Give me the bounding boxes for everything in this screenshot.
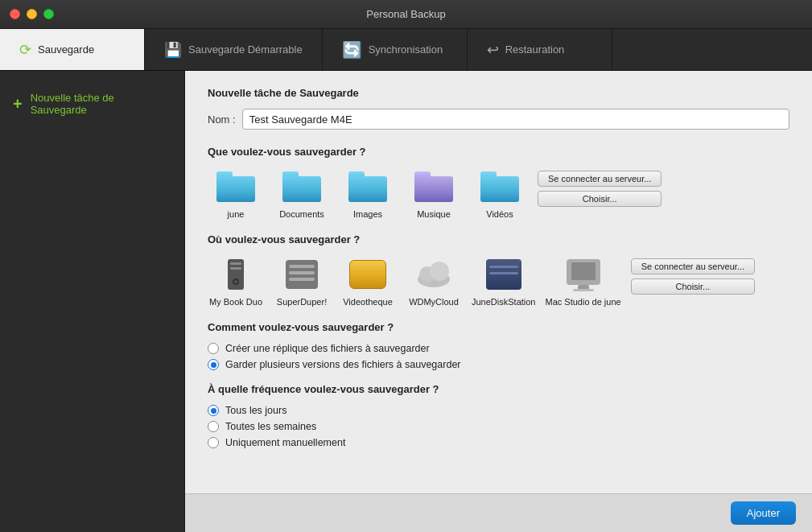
dest-connect-server-button[interactable]: Se connecter au serveur...	[631, 258, 755, 274]
june-folder-icon	[216, 167, 255, 206]
superduper-label: SuperDuper!	[277, 297, 327, 307]
videotheque-label: Videotheque	[343, 297, 393, 307]
macstudio-icon	[564, 255, 603, 294]
svg-rect-2	[230, 267, 241, 270]
method-radio-versions[interactable]	[208, 359, 219, 370]
dest-item-macstudio[interactable]: Mac Studio de june	[546, 255, 621, 307]
source-item-images[interactable]: Images	[340, 167, 396, 219]
synchronisation-tab-label: Synchronisation	[369, 43, 443, 56]
source-choose-button[interactable]: Choisir...	[538, 191, 662, 207]
plus-icon: +	[13, 95, 23, 113]
june-label: june	[228, 209, 245, 219]
dest-item-superduper[interactable]: SuperDuper!	[274, 255, 330, 307]
tab-sauvegarde[interactable]: ⟳ Sauvegarde	[0, 29, 145, 70]
ajouter-button[interactable]: Ajouter	[731, 501, 796, 525]
wdmycloud-icon	[414, 255, 453, 294]
dest-item-mybookduo[interactable]: My Book Duo	[208, 255, 264, 307]
source-item-videos[interactable]: Vidéos	[472, 167, 528, 219]
method-option-versions[interactable]: Garder plusieurs versions des fichiers à…	[208, 359, 789, 370]
documents-folder-icon	[282, 167, 321, 206]
sauvegarde-demarrable-tab-icon: 💾	[164, 41, 182, 59]
restauration-tab-icon: ↩	[487, 41, 499, 59]
frequency-label-uniquement-manuellement: Uniquement manuellement	[225, 437, 345, 448]
frequency-label-tous-les-jours: Tous les jours	[225, 405, 286, 416]
junediskstation-label: JuneDiskStation	[472, 297, 536, 307]
mybookduo-icon	[216, 255, 255, 294]
svg-rect-1	[230, 262, 241, 265]
source-item-musique[interactable]: Musique	[406, 167, 462, 219]
superduper-icon	[282, 255, 321, 294]
method-section: Comment voulez-vous sauvegarder ? Créer …	[208, 321, 789, 370]
name-label: Nom :	[208, 113, 236, 126]
tab-restauration[interactable]: ↩ Restauration	[468, 29, 612, 70]
source-icon-grid: june Documents	[208, 167, 789, 219]
dest-section: Où voulez-vous sauvegarder ?	[208, 233, 789, 307]
maximize-button[interactable]	[43, 9, 54, 19]
sauvegarde-demarrable-tab-label: Sauvegarde Démarrable	[188, 43, 303, 56]
name-row: Nom :	[208, 109, 789, 130]
method-option-replique[interactable]: Créer une réplique des fichiers à sauveg…	[208, 343, 789, 354]
frequency-section: À quelle fréquence voulez-vous sauvegard…	[208, 383, 789, 448]
traffic-lights	[10, 9, 54, 19]
videos-folder-icon	[480, 167, 519, 206]
dest-item-wdmycloud[interactable]: WDMyCloud	[406, 255, 462, 307]
sauvegarde-tab-icon: ⟳	[19, 41, 31, 59]
sidebar-item-label: Nouvelle tâche de Sauvegarde	[31, 92, 171, 116]
svg-point-4	[234, 280, 237, 283]
frequency-option-uniquement-manuellement[interactable]: Uniquement manuellement	[208, 437, 789, 448]
source-section-title: Que voulez-vous sauvegarder ?	[208, 146, 789, 158]
source-action-buttons: Se connecter au serveur... Choisir...	[538, 171, 662, 207]
bottom-bar: Ajouter	[185, 493, 812, 532]
dest-section-title: Où voulez-vous sauvegarder ?	[208, 233, 789, 245]
svg-rect-15	[573, 289, 594, 291]
svg-rect-13	[571, 262, 596, 280]
documents-label: Documents	[279, 209, 324, 219]
musique-label: Musique	[417, 209, 451, 219]
images-folder-icon	[348, 167, 387, 206]
tab-bar: ⟳ Sauvegarde 💾 Sauvegarde Démarrable 🔄 S…	[0, 29, 812, 71]
tab-synchronisation[interactable]: 🔄 Synchronisation	[323, 29, 468, 70]
form-section-title: Nouvelle tâche de Sauvegarde	[208, 87, 789, 99]
method-section-title: Comment voulez-vous sauvegarder ?	[208, 321, 789, 333]
minimize-button[interactable]	[27, 9, 37, 19]
frequency-radio-tous-les-jours[interactable]	[208, 405, 219, 416]
frequency-section-title: À quelle fréquence voulez-vous sauvegard…	[208, 383, 789, 395]
mybookduo-label: My Book Duo	[209, 297, 262, 307]
close-button[interactable]	[10, 9, 20, 19]
dest-item-junediskstation[interactable]: JuneDiskStation	[472, 255, 536, 307]
svg-rect-8	[289, 278, 315, 281]
dest-choose-button[interactable]: Choisir...	[631, 278, 755, 295]
musique-folder-icon	[414, 167, 453, 206]
sauvegarde-tab-label: Sauvegarde	[38, 43, 94, 56]
source-connect-server-button[interactable]: Se connecter au serveur...	[538, 171, 662, 187]
title-bar: Personal Backup	[0, 0, 812, 29]
method-radio-replique[interactable]	[208, 343, 219, 354]
restauration-tab-label: Restauration	[505, 43, 565, 56]
junediskstation-icon	[484, 255, 523, 294]
svg-point-11	[430, 262, 449, 281]
frequency-option-tous-les-jours[interactable]: Tous les jours	[208, 405, 789, 416]
dest-item-videotheque[interactable]: Videotheque	[340, 255, 396, 307]
dest-action-buttons: Se connecter au serveur... Choisir...	[631, 258, 755, 295]
svg-rect-6	[289, 265, 315, 268]
frequency-label-toutes-les-semaines: Toutes les semaines	[225, 421, 316, 432]
dest-icon-grid: My Book Duo SuperDuper!	[208, 255, 789, 307]
svg-rect-7	[289, 271, 315, 274]
name-input[interactable]	[242, 109, 789, 130]
frequency-radio-toutes-les-semaines[interactable]	[208, 421, 219, 432]
frequency-option-toutes-les-semaines[interactable]: Toutes les semaines	[208, 421, 789, 432]
videotheque-icon	[348, 255, 387, 294]
method-label-versions: Garder plusieurs versions des fichiers à…	[225, 359, 461, 370]
synchronisation-tab-icon: 🔄	[342, 40, 362, 60]
window-title: Personal Backup	[366, 8, 445, 20]
source-item-documents[interactable]: Documents	[274, 167, 330, 219]
wdmycloud-label: WDMyCloud	[409, 297, 459, 307]
frequency-radio-uniquement-manuellement[interactable]	[208, 437, 219, 448]
source-item-june[interactable]: june	[208, 167, 264, 219]
main-layout: + Nouvelle tâche de Sauvegarde Nouvelle …	[0, 71, 812, 532]
tab-sauvegarde-demarrable[interactable]: 💾 Sauvegarde Démarrable	[145, 29, 323, 70]
sidebar-item-nouvelle-tache[interactable]: + Nouvelle tâche de Sauvegarde	[0, 84, 184, 124]
images-label: Images	[353, 209, 382, 219]
method-label-replique: Créer une réplique des fichiers à sauveg…	[225, 343, 430, 354]
content-area: Nouvelle tâche de Sauvegarde Nom : Que v…	[185, 71, 812, 493]
